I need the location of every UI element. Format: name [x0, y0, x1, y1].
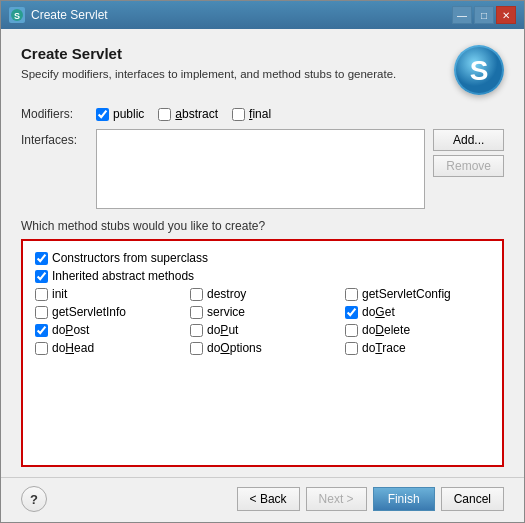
help-button[interactable]: ? [21, 486, 47, 512]
methods-question: Which method stubs would you like to cre… [21, 219, 504, 233]
page-header: Create Servlet Specify modifiers, interf… [21, 45, 504, 95]
method-doGet[interactable]: doGet [345, 305, 485, 319]
method-init-label: init [52, 287, 67, 301]
method-doPut[interactable]: doPut [190, 323, 345, 337]
svg-text:S: S [14, 11, 20, 21]
method-doPut-checkbox[interactable] [190, 324, 203, 337]
method-row-1: init destroy getServletConfig [35, 287, 490, 301]
back-button[interactable]: < Back [237, 487, 300, 511]
method-doDelete[interactable]: doDelete [345, 323, 485, 337]
cancel-button[interactable]: Cancel [441, 487, 504, 511]
method-constructors-checkbox[interactable] [35, 252, 48, 265]
method-doOptions[interactable]: doOptions [190, 341, 345, 355]
method-destroy-checkbox[interactable] [190, 288, 203, 301]
method-init[interactable]: init [35, 287, 190, 301]
method-doDelete-label: doDelete [362, 323, 410, 337]
dialog-content: Create Servlet Specify modifiers, interf… [1, 29, 524, 477]
method-doDelete-checkbox[interactable] [345, 324, 358, 337]
interfaces-label: Interfaces: [21, 129, 96, 147]
modifier-final[interactable]: final [232, 107, 271, 121]
close-button[interactable]: ✕ [496, 6, 516, 24]
dialog-footer: ? < Back Next > Finish Cancel [1, 477, 524, 522]
window-title: Create Servlet [31, 8, 108, 22]
method-service-label: service [207, 305, 245, 319]
method-service-checkbox[interactable] [190, 306, 203, 319]
method-doPost[interactable]: doPost [35, 323, 190, 337]
modifier-abstract-checkbox[interactable] [158, 108, 171, 121]
method-getServletInfo-label: getServletInfo [52, 305, 126, 319]
method-destroy-label: destroy [207, 287, 246, 301]
title-bar-left: S Create Servlet [9, 7, 108, 23]
page-description: Specify modifiers, interfaces to impleme… [21, 66, 396, 82]
method-row-3: doPost doPut doDelete [35, 323, 490, 337]
header-text: Create Servlet Specify modifiers, interf… [21, 45, 396, 82]
method-getServletConfig-checkbox[interactable] [345, 288, 358, 301]
method-init-checkbox[interactable] [35, 288, 48, 301]
method-doGet-checkbox[interactable] [345, 306, 358, 319]
method-inherited[interactable]: Inherited abstract methods [35, 269, 490, 283]
method-getServletConfig-label: getServletConfig [362, 287, 451, 301]
method-doHead-label: doHead [52, 341, 94, 355]
add-interface-button[interactable]: Add... [433, 129, 504, 151]
page-title: Create Servlet [21, 45, 396, 62]
method-inherited-checkbox[interactable] [35, 270, 48, 283]
method-doPut-label: doPut [207, 323, 238, 337]
interfaces-box [96, 129, 425, 209]
method-row-4: doHead doOptions doTrace [35, 341, 490, 355]
method-doTrace-label: doTrace [362, 341, 406, 355]
method-getServletInfo-checkbox[interactable] [35, 306, 48, 319]
method-doPost-checkbox[interactable] [35, 324, 48, 337]
maximize-button[interactable]: □ [474, 6, 494, 24]
method-getServletInfo[interactable]: getServletInfo [35, 305, 190, 319]
modifier-public-label: public [113, 107, 144, 121]
footer-buttons: < Back Next > Finish Cancel [237, 487, 504, 511]
minimize-button[interactable]: — [452, 6, 472, 24]
method-doGet-label: doGet [362, 305, 395, 319]
finish-button[interactable]: Finish [373, 487, 435, 511]
method-doTrace-checkbox[interactable] [345, 342, 358, 355]
modifiers-row: Modifiers: public abstract final [21, 107, 504, 121]
method-stubs-box: Constructors from superclass Inherited a… [21, 239, 504, 467]
method-destroy[interactable]: destroy [190, 287, 345, 301]
interfaces-buttons: Add... Remove [433, 129, 504, 177]
modifiers-group: public abstract final [96, 107, 271, 121]
create-servlet-window: S Create Servlet — □ ✕ Create Servlet Sp… [0, 0, 525, 523]
method-row-constructors: Constructors from superclass [35, 251, 490, 265]
method-row-2: getServletInfo service doGet [35, 305, 490, 319]
svg-text:S: S [470, 55, 489, 86]
next-button[interactable]: Next > [306, 487, 367, 511]
modifier-final-label: final [249, 107, 271, 121]
modifier-public-checkbox[interactable] [96, 108, 109, 121]
title-bar: S Create Servlet — □ ✕ [1, 1, 524, 29]
method-doOptions-label: doOptions [207, 341, 262, 355]
method-doHead-checkbox[interactable] [35, 342, 48, 355]
method-doHead[interactable]: doHead [35, 341, 190, 355]
remove-interface-button[interactable]: Remove [433, 155, 504, 177]
modifier-final-checkbox[interactable] [232, 108, 245, 121]
servlet-logo: S [454, 45, 504, 95]
method-inherited-label: Inherited abstract methods [52, 269, 194, 283]
modifier-public[interactable]: public [96, 107, 144, 121]
method-row-inherited: Inherited abstract methods [35, 269, 490, 283]
method-doTrace[interactable]: doTrace [345, 341, 485, 355]
window-icon: S [9, 7, 25, 23]
method-constructors-label: Constructors from superclass [52, 251, 208, 265]
method-doOptions-checkbox[interactable] [190, 342, 203, 355]
interfaces-row: Interfaces: Add... Remove [21, 129, 504, 209]
method-getServletConfig[interactable]: getServletConfig [345, 287, 485, 301]
method-constructors[interactable]: Constructors from superclass [35, 251, 490, 265]
method-doPost-label: doPost [52, 323, 89, 337]
modifier-abstract-label: abstract [175, 107, 218, 121]
modifier-abstract[interactable]: abstract [158, 107, 218, 121]
method-service[interactable]: service [190, 305, 345, 319]
modifiers-label: Modifiers: [21, 107, 96, 121]
title-buttons: — □ ✕ [452, 6, 516, 24]
